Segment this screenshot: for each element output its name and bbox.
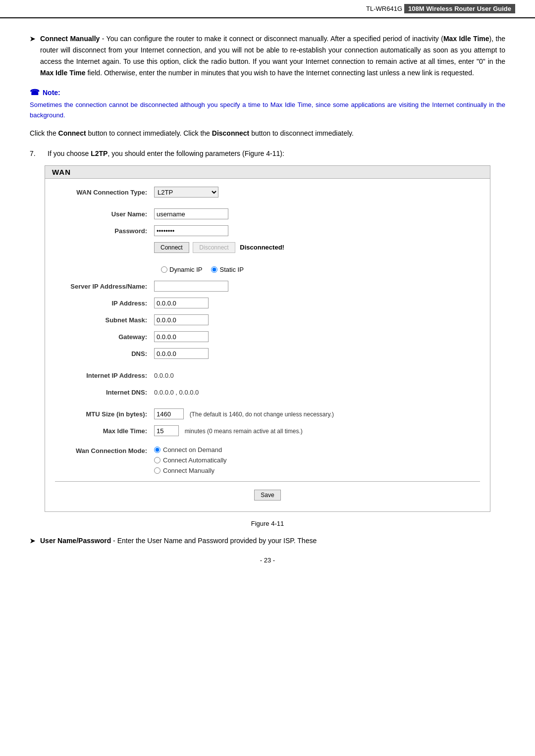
step7-text: If you choose L2TP, you should enter the…	[48, 148, 505, 159]
max-idle-row: Max Idle Time: minutes (0 means remain a…	[55, 424, 480, 437]
max-idle-label: Max Idle Time:	[55, 427, 154, 435]
ip-type-row: Dynamic IP Static IP	[161, 263, 480, 276]
note-title: ☎ Note:	[30, 88, 505, 97]
subnet-mask-input[interactable]	[154, 314, 209, 325]
wan-box: WAN WAN Connection Type: L2TP User Name:	[45, 165, 490, 512]
mtu-input[interactable]	[154, 408, 184, 419]
wan-mode-label: Wan Connection Mode:	[55, 446, 154, 454]
subnet-mask-label: Subnet Mask:	[55, 316, 154, 324]
password-label: Password:	[55, 227, 154, 235]
dynamic-ip-option[interactable]: Dynamic IP	[161, 266, 202, 273]
step7-num: 7.	[30, 148, 48, 159]
server-ip-input[interactable]	[154, 281, 228, 292]
main-content: ➤ Connect Manually - You can configure t…	[0, 28, 535, 579]
dns-input[interactable]	[154, 348, 209, 359]
l2tp-label: L2TP	[91, 150, 107, 157]
step7-item: 7. If you choose L2TP, you should enter …	[30, 148, 505, 159]
connection-type-select[interactable]: L2TP	[154, 187, 218, 198]
mtu-hint: (The default is 1460, do not change unle…	[190, 411, 334, 418]
mtu-row: MTU Size (in bytes): (The default is 146…	[55, 407, 480, 420]
max-idle-input[interactable]	[154, 425, 179, 436]
ip-address-label: IP Address:	[55, 300, 154, 307]
gateway-label: Gateway:	[55, 333, 154, 341]
max-idle-hint: minutes (0 means remain active at all ti…	[185, 428, 303, 435]
connect-button[interactable]: Connect	[154, 242, 189, 253]
connection-status: Disconnected!	[240, 244, 284, 251]
password-input[interactable]	[154, 225, 228, 236]
figure-caption: Figure 4-11	[30, 520, 505, 527]
connect-automatically-label: Connect Automatically	[163, 456, 227, 464]
user-name-input[interactable]	[154, 208, 228, 219]
internet-dns-label: Internet DNS:	[55, 389, 154, 396]
connect-on-demand-label: Connect on Demand	[163, 446, 222, 454]
footer-bullet-label: User Name/Password	[40, 537, 111, 545]
note-section: ☎ Note: Sometimes the connection cannot …	[30, 88, 505, 121]
note-icon: ☎	[30, 88, 40, 97]
ip-address-input[interactable]	[154, 298, 209, 308]
internet-dns-row: Internet DNS: 0.0.0.0 , 0.0.0.0	[55, 386, 480, 399]
connect-disconnect-row: Connect Disconnect Disconnected!	[55, 241, 480, 254]
page-number: - 23 -	[30, 556, 505, 564]
disconnect-button[interactable]: Disconnect	[193, 242, 235, 253]
gateway-row: Gateway:	[55, 330, 480, 343]
gateway-input[interactable]	[154, 331, 209, 342]
user-name-label: User Name:	[55, 210, 154, 218]
save-button[interactable]: Save	[254, 490, 280, 501]
header-plain: TL-WR641G	[366, 5, 402, 12]
wan-connection-type-value[interactable]: L2TP	[154, 187, 218, 198]
connect-on-demand-radio[interactable]	[154, 447, 160, 453]
wan-connection-type-label: WAN Connection Type:	[55, 189, 154, 196]
wan-form: WAN Connection Type: L2TP User Name: Pas…	[45, 179, 490, 511]
password-row: Password:	[55, 224, 480, 237]
wan-mode-row: Wan Connection Mode: Connect on Demand C…	[55, 446, 480, 477]
connect-manually-text: Connect Manually - You can configure the…	[40, 33, 505, 79]
bullet-arrow: ➤	[30, 34, 35, 79]
mtu-label: MTU Size (in bytes):	[55, 410, 154, 418]
internet-ip-value: 0.0.0.0	[154, 372, 174, 379]
static-ip-label: Static IP	[219, 266, 243, 273]
static-ip-radio[interactable]	[211, 266, 217, 273]
dynamic-ip-radio[interactable]	[161, 266, 167, 273]
ip-address-row: IP Address:	[55, 297, 480, 309]
dynamic-ip-label: Dynamic IP	[169, 266, 202, 273]
static-ip-option[interactable]: Static IP	[211, 266, 243, 273]
page-header: TL-WR641G 108M Wireless Router User Guid…	[0, 0, 535, 18]
note-label: Note:	[43, 89, 60, 97]
footer-bullet-text: - Enter the User Name and Password provi…	[113, 537, 317, 545]
subnet-mask-row: Subnet Mask:	[55, 313, 480, 326]
connect-manually-row: Connect Manually	[154, 467, 227, 474]
connect-manually-mode-label: Connect Manually	[163, 467, 214, 474]
footer-bullet: ➤ User Name/Password - Enter the User Na…	[30, 535, 505, 547]
connect-automatically-radio[interactable]	[154, 457, 160, 463]
connect-manually-label: Connect Manually	[40, 35, 100, 43]
note-text: Sometimes the connection cannot be disco…	[30, 100, 505, 121]
header-bold: 108M Wireless Router User Guide	[404, 4, 515, 13]
server-ip-row: Server IP Address/Name:	[55, 280, 480, 293]
dns-label: DNS:	[55, 350, 154, 357]
wan-title: WAN	[45, 166, 490, 179]
footer-bullet-arrow: ➤	[30, 536, 35, 547]
user-name-row: User Name:	[55, 207, 480, 220]
connect-manually-bullet: ➤ Connect Manually - You can configure t…	[30, 33, 505, 79]
connect-automatically-row: Connect Automatically	[154, 456, 227, 464]
dns-row: DNS:	[55, 347, 480, 360]
wan-separator	[55, 481, 480, 482]
internet-dns-value: 0.0.0.0 , 0.0.0.0	[154, 389, 199, 396]
internet-ip-label: Internet IP Address:	[55, 372, 154, 379]
save-row: Save	[55, 487, 480, 504]
internet-ip-row: Internet IP Address: 0.0.0.0	[55, 369, 480, 382]
wan-connection-type-row: WAN Connection Type: L2TP	[55, 186, 480, 199]
connect-disconnect-para: Click the Connect button to connect imme…	[30, 128, 505, 139]
server-ip-label: Server IP Address/Name:	[55, 283, 154, 290]
connect-on-demand-row: Connect on Demand	[154, 446, 227, 454]
connect-manually-radio[interactable]	[154, 467, 160, 474]
